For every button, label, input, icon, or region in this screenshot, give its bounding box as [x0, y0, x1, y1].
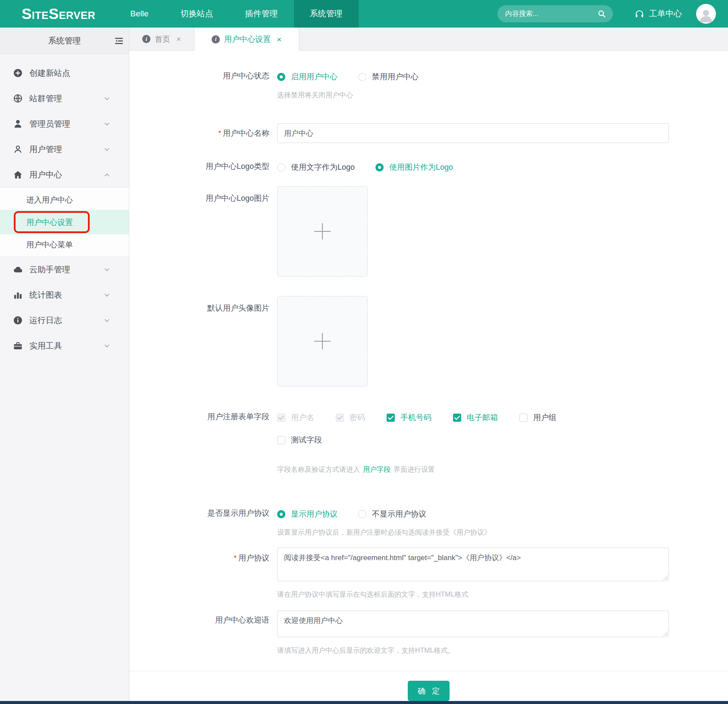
agreement-textarea[interactable]: 阅读并接受<a href="/agreement.html" target="_… [277, 548, 669, 581]
radio-selected-icon[interactable] [375, 163, 384, 171]
sidebar-menu: 创建新站点 站群管理 管理员管理 用户管理 [0, 54, 129, 358]
close-icon[interactable]: × [176, 35, 181, 43]
plus-circle-icon [13, 68, 23, 78]
sidebar-item-label: 站群管理 [29, 93, 103, 104]
chevron-down-icon [103, 317, 111, 324]
form-row-logo-type: 用户中心Logo类型 使用文字作为Logo 使用图片作为Logo [129, 162, 728, 172]
radio-selected-icon[interactable] [277, 73, 285, 81]
help-prefix: 字段名称及验证方式请进入 [277, 466, 360, 473]
user-avatar-icon [697, 6, 715, 24]
user-center-name-input[interactable] [277, 123, 669, 143]
settings-form: 用户中心状态 启用用户中心 禁用用户中心 选择禁用 [129, 51, 728, 701]
required-marker: * [234, 554, 237, 562]
sidebar-collapse-icon[interactable] [114, 36, 124, 46]
sidebar-item-enter-user-center[interactable]: 进入用户中心 [0, 190, 129, 210]
help-text: 请在用户协议中填写显示在勾选框后面的文字，支持HTML格式 [277, 591, 669, 598]
tab-label: 首页 [155, 34, 170, 44]
sidebar-item-label: 用户管理 [29, 144, 103, 155]
sidebar-item-create-site[interactable]: 创建新站点 [0, 60, 129, 86]
form-row-welcome: 用户中心欢迎语 欢迎使用用户中心 请填写进入用户中心后显示的欢迎文字，支持HTM… [129, 611, 728, 654]
checkbox-email[interactable]: 电子邮箱 [453, 412, 498, 423]
sidebar-item-user-center-menu[interactable]: 用户中心菜单 [0, 234, 129, 255]
welcome-textarea[interactable]: 欢迎使用用户中心 [277, 611, 669, 637]
radio-label: 使用图片作为Logo [389, 162, 453, 172]
avatar[interactable] [696, 4, 716, 24]
checkbox-unchecked-icon[interactable] [277, 436, 285, 444]
checkbox-checked-disabled-icon [336, 414, 344, 422]
sidebar-item-utilities[interactable]: 实用工具 [0, 333, 129, 358]
checkbox-test-field[interactable]: 测试字段 [277, 435, 322, 445]
nav-item-switch-site[interactable]: 切换站点 [165, 0, 229, 28]
tab-user-center-settings[interactable]: i 用户中心设置 × [194, 28, 299, 51]
radio-unselected-icon[interactable] [358, 510, 366, 518]
checkbox-label: 用户名 [291, 412, 314, 423]
tab-home[interactable]: i 首页 × [129, 28, 194, 50]
sidebar-item-label: 用户中心设置 [26, 217, 73, 227]
sidebar-item-cloud-assistant[interactable]: 云助手管理 [0, 257, 129, 282]
checkbox-checked-disabled-icon [277, 414, 285, 422]
globe-icon [13, 93, 23, 103]
nav-item-system[interactable]: 系统管理 [294, 0, 359, 28]
cloud-icon [13, 265, 23, 274]
form-row-name: *用户中心名称 [129, 123, 728, 143]
tab-label: 用户中心设置 [224, 34, 271, 44]
home-icon [13, 170, 23, 180]
nav-item-plugins[interactable]: 插件管理 [229, 0, 294, 28]
help-text: 字段名称及验证方式请进入用户字段界面进行设置 [277, 466, 578, 473]
sidebar-item-user-center-settings[interactable]: 用户中心设置 [0, 210, 129, 234]
sidebar-item-user-manage[interactable]: 用户管理 [0, 137, 129, 162]
sidebar-item-run-log[interactable]: 运行日志 [0, 308, 129, 333]
radio-selected-icon[interactable] [277, 510, 285, 518]
field-label: *用户中心名称 [129, 129, 269, 138]
checkbox-mobile[interactable]: 手机号码 [387, 412, 431, 423]
top-nav-menu: Belle 切换站点 插件管理 系统管理 [114, 0, 358, 28]
sidebar-item-label: 统计图表 [29, 290, 103, 301]
sidebar-title: 系统管理 [0, 28, 129, 54]
tab-bar: i 首页 × i 用户中心设置 × [129, 28, 728, 51]
bottom-window-edge [0, 701, 728, 704]
radio-label: 使用文字作为Logo [291, 162, 355, 172]
checkbox-username: 用户名 [277, 412, 314, 423]
form-row-show-agreement: 是否显示用户协议 显示用户协议 不显示用户协议 设 [129, 509, 728, 536]
checkbox-label: 测试字段 [291, 435, 322, 445]
radio-hide-agreement[interactable]: 不显示用户协议 [358, 509, 426, 519]
sidebar-item-site-group[interactable]: 站群管理 [0, 86, 129, 111]
radio-show-agreement[interactable]: 显示用户协议 [277, 509, 337, 519]
radio-unselected-icon[interactable] [277, 163, 285, 171]
close-icon[interactable]: × [277, 35, 281, 44]
radio-image-logo[interactable]: 使用图片作为Logo [375, 162, 453, 172]
nav-item-site[interactable]: Belle [114, 0, 164, 28]
default-avatar-upload[interactable] [277, 296, 368, 386]
radio-text-logo[interactable]: 使用文字作为Logo [277, 162, 355, 172]
content-search [497, 5, 613, 22]
sidebar-item-admin-manage[interactable]: 管理员管理 [0, 111, 129, 137]
field-label: 是否显示用户协议 [129, 509, 269, 517]
search-input[interactable] [504, 9, 597, 18]
sidebar-item-statistics[interactable]: 统计图表 [0, 282, 129, 308]
toolbox-icon [13, 341, 23, 351]
form-row-logo-image: 用户中心Logo图片 [129, 186, 728, 277]
radio-label: 启用用户中心 [291, 72, 337, 82]
search-icon[interactable] [597, 9, 606, 18]
field-label: 默认用户头像图片 [129, 296, 269, 312]
sidebar-item-user-center[interactable]: 用户中心 [0, 162, 129, 187]
checkbox-user-group[interactable]: 用户组 [519, 412, 556, 423]
logo-image-upload[interactable] [277, 186, 368, 277]
checkbox-checked-icon[interactable] [387, 414, 395, 422]
form-row-register-fields: 用户注册表单字段 用户名 密码 [129, 412, 728, 473]
checkbox-unchecked-icon[interactable] [519, 414, 528, 422]
logo-part: S [22, 6, 32, 21]
radio-unselected-icon[interactable] [358, 73, 366, 81]
checkbox-password: 密码 [336, 412, 365, 423]
chevron-down-icon [103, 146, 111, 153]
user-fields-link[interactable]: 用户字段 [363, 466, 391, 473]
chevron-down-icon [103, 291, 111, 299]
chevron-down-icon [103, 266, 111, 274]
radio-enable-user-center[interactable]: 启用用户中心 [277, 72, 337, 82]
confirm-button[interactable]: 确 定 [408, 681, 450, 701]
sidebar-item-label: 运行日志 [29, 315, 103, 326]
ticket-center[interactable]: 工单中心 [634, 8, 682, 19]
radio-label: 显示用户协议 [291, 509, 337, 519]
radio-disable-user-center[interactable]: 禁用用户中心 [358, 72, 419, 82]
checkbox-checked-icon[interactable] [453, 414, 461, 422]
